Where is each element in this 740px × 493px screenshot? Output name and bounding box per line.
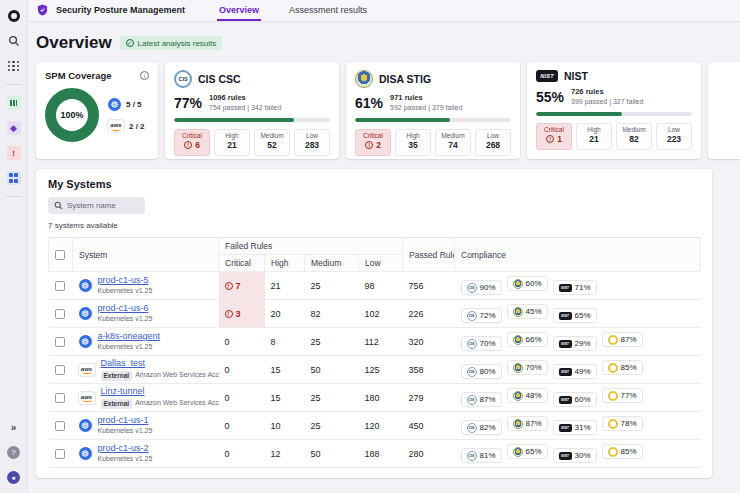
benchmark-rules-total: 971 rules [390,93,423,102]
select-all-checkbox[interactable] [55,250,65,260]
row-checkbox[interactable] [55,337,65,347]
column-high[interactable]: High [265,255,305,272]
table-row[interactable]: aws Dallas_test External Amazon Web Serv… [49,356,701,384]
table-row[interactable]: ☸ prod-c1-us-1 Kubernetes v1.25 0 10 25 … [49,412,701,440]
page-title: Overview [36,33,112,53]
column-critical[interactable]: Critical [219,255,265,272]
systems-table: System Failed Rules Passed Rules Complia… [48,237,701,468]
cell-medium: 82 [305,300,359,328]
search-icon[interactable] [5,32,23,50]
table-row[interactable]: ☸ a-k8s-oneagent Kubernetes v1.25 0 8 25… [49,328,701,356]
star-icon [608,363,618,373]
compliance-badge: CIS81% [461,448,502,463]
cell-passed: 280 [403,440,455,468]
aws-coverage-value: 2 / 2 [129,122,145,131]
cell-medium: 50 [305,440,359,468]
cell-high: 8 [265,328,305,356]
benchmark-title: DISA STIG [379,73,431,85]
benchmark-logo: CIS [174,70,192,88]
expand-rail-icon[interactable]: » [5,418,23,436]
app-green-chart-icon[interactable] [5,94,23,112]
compliance-value: 49% [575,367,591,376]
alert-icon: ! [184,141,192,149]
rail-divider [6,196,22,197]
system-link[interactable]: prod-c1-us-1 [98,415,149,426]
system-link[interactable]: prod-c1-us-6 [98,303,149,314]
system-link[interactable]: prod-c1-us-5 [98,275,149,286]
benchmark-card: DISA STIG 61% 971 rules 592 passed | 379… [346,62,520,159]
coverage-percent: 100% [60,110,83,120]
compliance-cell: CIS70%66%NIST29%87% [455,328,701,356]
row-checkbox[interactable] [55,309,65,319]
benchmark-progress-bar [536,112,692,116]
app-purple-cube-icon[interactable]: ◆ [5,119,23,137]
benchmark-percent: 61% [355,95,383,111]
cell-medium: 25 [305,384,359,412]
cell-high: 12 [265,440,305,468]
system-subtitle: Amazon Web Services Account [135,399,218,408]
compliance-value: 66% [526,335,542,344]
column-system[interactable]: System [73,238,219,272]
column-low[interactable]: Low [359,255,403,272]
help-icon[interactable]: ? [5,443,23,461]
system-link[interactable]: a-k8s-oneagent [98,331,161,342]
benchmark-progress-fill [174,118,294,122]
system-subtitle: Amazon Web Services Account [135,371,218,380]
system-link[interactable]: Linz-tunnel [101,386,145,397]
row-checkbox[interactable] [55,393,65,403]
cell-medium: 25 [305,328,359,356]
table-row[interactable]: aws Linz-tunnel External Amazon Web Serv… [49,384,701,412]
severity-medium: Medium74 [435,129,471,156]
compliance-badge: NIST49% [553,364,597,379]
row-checkbox[interactable] [55,365,65,375]
tab-overview[interactable]: Overview [217,0,261,21]
cell-low: 98 [359,272,403,300]
search-input[interactable] [67,201,139,210]
row-checkbox[interactable] [55,449,65,459]
cell-passed: 226 [403,300,455,328]
column-compliance[interactable]: Compliance [455,238,701,272]
app-blue-grid-icon[interactable] [5,169,23,187]
user-avatar[interactable]: ● [5,468,23,486]
status-badge-label: Latest analysis results [138,39,217,48]
tab-assessment-results[interactable]: Assessment results [287,0,369,21]
compliance-badge: 65% [507,444,548,459]
disa-icon [513,447,523,457]
compliance-badge: 87% [602,332,643,347]
benchmark-cards: SPM Coverage i 100% ☸ 5 / 5 aws 2 / 2 [36,62,740,159]
star-icon [608,391,618,401]
nist-icon: NIST [559,340,572,348]
system-link[interactable]: prod-c1-us-2 [98,443,149,454]
cis-icon: CIS [467,339,477,349]
column-passed-rules[interactable]: Passed Rules [403,238,455,272]
row-checkbox[interactable] [55,281,65,291]
app-red-icon[interactable]: ! [5,144,23,162]
nist-icon: NIST [559,368,572,376]
cell-high: 15 [265,384,305,412]
compliance-cell: CIS90%60%NIST71% [455,272,701,300]
compliance-cell: CIS87%48%NIST60%77% [455,384,701,412]
dynatrace-logo-icon[interactable] [5,7,23,25]
row-checkbox[interactable] [55,421,65,431]
benchmark-rules-total: 1096 rules [209,93,246,102]
cis-icon: CIS [467,283,477,293]
system-search[interactable] [48,197,145,214]
table-row[interactable]: ☸ prod-c1-us-2 Kubernetes v1.25 0 12 50 … [49,440,701,468]
apps-grid-icon[interactable] [5,57,23,75]
compliance-badge: 70% [507,360,548,375]
compliance-badge: 45% [507,304,548,319]
table-row[interactable]: ☸ prod-c1-us-5 Kubernetes v1.25 !7 21 25… [49,272,701,300]
compliance-value: 85% [621,447,637,456]
compliance-value: 65% [575,311,591,320]
kubernetes-icon: ☸ [79,335,92,348]
severity-low: Low268 [475,129,511,156]
disa-icon [513,419,523,429]
system-link[interactable]: Dallas_test [101,358,146,369]
system-subtitle: Kubernetes v1.25 [98,343,153,352]
severity-medium: Medium82 [616,123,652,150]
compliance-badge: CIS70% [461,336,502,351]
info-icon[interactable]: i [140,71,149,80]
column-medium[interactable]: Medium [305,255,359,272]
kubernetes-icon: ☸ [79,307,92,320]
table-row[interactable]: ☸ prod-c1-us-6 Kubernetes v1.25 !3 20 82… [49,300,701,328]
